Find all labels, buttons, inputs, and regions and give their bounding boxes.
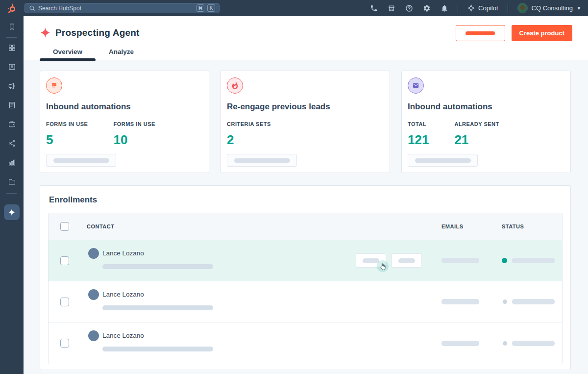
enrollments-section: Enrollments CONTACT EMAILS STATUS Lance … (40, 185, 571, 370)
stat-cards-row: Inbound automations FORMS IN USE 5 FORMS… (40, 71, 571, 173)
copilot-button[interactable]: Copilot (467, 4, 498, 12)
stat-value: 10 (113, 132, 155, 148)
sidebar-item-bookmarks[interactable] (8, 23, 16, 31)
nav-divider (508, 4, 508, 13)
stat-value: 21 (454, 132, 499, 148)
stat-label: TOTAL (408, 121, 429, 127)
bookmark-icon (8, 23, 16, 31)
sidebar-item-ai-agents[interactable] (4, 204, 20, 220)
global-search[interactable]: ⌘ K (24, 3, 220, 13)
sidebar-item-contacts[interactable] (8, 63, 16, 71)
main-content: Prospecting Agent Create product Overvie… (24, 16, 588, 374)
tab-overview[interactable]: Overview (40, 45, 96, 60)
select-all-checkbox[interactable] (60, 222, 69, 231)
skeleton-bar (441, 341, 479, 346)
search-icon (29, 5, 35, 11)
row-checkbox[interactable] (60, 298, 69, 306)
chevron-down-icon: ▼ (577, 6, 581, 11)
stat-label: CRITERIA SETS (227, 121, 271, 127)
row-action-button[interactable] (392, 253, 422, 268)
stat-value: 5 (46, 132, 88, 148)
avatar (88, 289, 99, 300)
row-checkbox[interactable] (60, 339, 69, 348)
stat: FORMS IN USE 10 (113, 121, 155, 148)
table-header-row: CONTACT EMAILS STATUS (49, 213, 562, 240)
skeleton-bar (441, 299, 479, 304)
tab-bar: Overview Analyze (40, 45, 147, 60)
contact-name[interactable]: Lance Lozano (102, 248, 213, 259)
sidebar-item-automations[interactable] (8, 139, 16, 148)
cursor-pointer-icon (377, 260, 389, 272)
stat-value: 121 (408, 132, 429, 148)
k-key-badge: K (207, 4, 215, 12)
stat-value: 2 (227, 132, 271, 148)
enrollments-title: Enrollments (49, 195, 563, 205)
agent-sparkle-icon (40, 27, 51, 38)
enrollments-table: CONTACT EMAILS STATUS Lance Lozano (48, 213, 563, 364)
card-title: Re-engage previous leads (227, 102, 384, 112)
card-action-button[interactable] (408, 154, 478, 167)
page-title: Prospecting Agent (55, 27, 140, 38)
account-name: CQ Consulting (532, 4, 573, 12)
tab-analyze[interactable]: Analyze (96, 45, 147, 60)
contact-name[interactable]: Lance Lozano (102, 289, 213, 300)
sidebar-divider (6, 37, 17, 38)
active-tab-underline (40, 58, 96, 61)
create-product-button[interactable]: Create product (512, 25, 572, 41)
help-icon[interactable] (405, 4, 413, 12)
stat: FORMS IN USE 5 (46, 121, 88, 148)
hubspot-logo-icon[interactable] (0, 3, 24, 14)
skeleton-bar (512, 341, 555, 346)
folder-icon (8, 177, 16, 186)
cmd-key-badge: ⌘ (196, 4, 204, 12)
sidebar-item-content[interactable] (8, 101, 16, 109)
sparkle-icon (8, 208, 16, 216)
marketplace-icon[interactable] (387, 4, 395, 12)
flame-icon (227, 77, 243, 94)
column-header-contact[interactable]: CONTACT (84, 224, 441, 229)
nav-divider (458, 4, 458, 13)
contact-name[interactable]: Lance Lozano (102, 330, 213, 341)
table-row[interactable]: Lance Lozano (49, 281, 562, 323)
top-navbar: ⌘ K Copilot CQ Consulting ▼ (0, 0, 588, 16)
contact-card-icon (8, 63, 16, 71)
page-header: Prospecting Agent Create product Overvie… (24, 16, 588, 60)
settings-icon[interactable] (422, 4, 431, 12)
column-header-emails[interactable]: EMAILS (441, 224, 502, 229)
notifications-icon[interactable] (440, 4, 448, 12)
skeleton-bar (363, 258, 379, 263)
skeleton-bar (512, 299, 555, 304)
avatar (88, 248, 99, 259)
document-icon (8, 101, 16, 109)
status-dot (503, 299, 507, 304)
workflow-icon (8, 139, 16, 148)
stat: TOTAL 121 (408, 121, 429, 148)
row-checkbox[interactable] (60, 256, 69, 265)
skeleton-bar (234, 158, 290, 163)
phone-icon[interactable] (369, 4, 378, 12)
stat-label: FORMS IN USE (113, 121, 155, 127)
sidebar-item-commerce[interactable] (8, 120, 16, 128)
skeleton-bar (53, 158, 109, 163)
search-input[interactable] (38, 5, 194, 12)
sidebar-item-files[interactable] (8, 177, 16, 186)
card-action-button[interactable] (227, 154, 297, 167)
card-action-button[interactable] (46, 154, 116, 167)
form-icon (46, 77, 62, 94)
grid-icon (8, 44, 16, 52)
sidebar-item-reporting[interactable] (8, 158, 16, 167)
column-header-status[interactable]: STATUS (502, 224, 562, 229)
skeleton-bar (398, 258, 415, 263)
table-row[interactable]: Lance Lozano (49, 323, 562, 364)
account-menu[interactable]: CQ Consulting ▼ (517, 3, 581, 13)
card-title: Inbound automations (46, 102, 203, 112)
stat-label: FORMS IN USE (46, 121, 88, 127)
skeleton-bar (102, 305, 213, 310)
secondary-action-button[interactable] (456, 25, 505, 41)
stat: ALREADY SENT 21 (454, 121, 499, 148)
sidebar-item-workspaces[interactable] (8, 44, 16, 52)
table-row[interactable]: Lance Lozano (49, 240, 562, 281)
sidebar-item-marketing[interactable] (8, 82, 16, 90)
status-dot (503, 341, 507, 346)
card-inbound-automations-forms: Inbound automations FORMS IN USE 5 FORMS… (40, 71, 209, 173)
